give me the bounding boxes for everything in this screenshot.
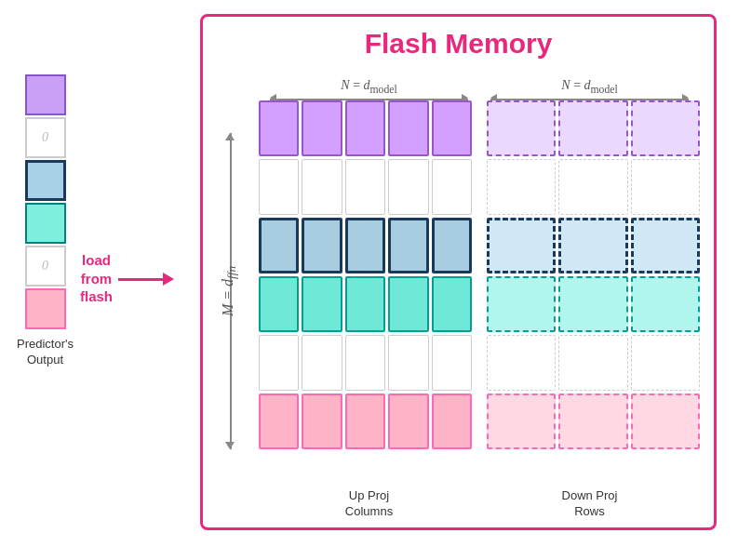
grid-row-navy-solid bbox=[259, 218, 472, 273]
cell-empty2-s1 bbox=[259, 335, 299, 391]
predictor-cell-teal bbox=[25, 203, 66, 244]
cell-teal-s1 bbox=[259, 276, 299, 332]
cell-empty2-d1 bbox=[487, 335, 556, 391]
up-proj-label: Up ProjColumns bbox=[259, 488, 479, 520]
predictor-cell-navy bbox=[25, 160, 66, 201]
cell-pink-d3 bbox=[631, 393, 700, 449]
dashed-grid-group bbox=[479, 100, 700, 476]
flash-memory-title: Flash Memory bbox=[203, 28, 714, 60]
cell-navy-d1 bbox=[487, 218, 556, 273]
grid-row-pink-solid bbox=[259, 393, 472, 449]
grid-row-teal-dashed bbox=[487, 276, 700, 332]
load-arrow-section: loadfromflash bbox=[80, 251, 174, 306]
flash-memory-box: Flash Memory N = dmodel N = dmodel M = d… bbox=[200, 14, 717, 530]
predictor-section: 0 0 Predictor'sOutput bbox=[17, 74, 74, 368]
top-dim-right: N = dmodel bbox=[479, 78, 700, 100]
cell-empty2-s5 bbox=[432, 335, 472, 391]
cell-teal-d3 bbox=[631, 276, 700, 332]
cell-pink-d1 bbox=[487, 393, 556, 449]
cell-pink-s3 bbox=[345, 393, 385, 449]
cell-empty-s3 bbox=[345, 159, 385, 215]
top-dim-left: N = dmodel bbox=[259, 78, 479, 100]
cell-navy-d3 bbox=[631, 218, 700, 273]
cell-teal-s2 bbox=[302, 276, 342, 332]
grid-row-empty-solid-1 bbox=[259, 159, 472, 215]
main-container: 0 0 Predictor'sOutput loadfromflash Flas… bbox=[0, 0, 738, 560]
cell-empty-s4 bbox=[388, 159, 428, 215]
grid-row-pink-dashed bbox=[487, 393, 700, 449]
cell-pink-s2 bbox=[302, 393, 342, 449]
cell-navy-d2 bbox=[558, 218, 627, 273]
cell-purple-d3 bbox=[631, 100, 700, 156]
cell-navy-s3 bbox=[345, 218, 385, 273]
predictor-column: 0 0 bbox=[25, 74, 66, 329]
cell-empty-s1 bbox=[259, 159, 299, 215]
grid-row-empty-dashed-1 bbox=[487, 159, 700, 215]
cell-purple-s4 bbox=[388, 100, 428, 156]
top-dimension-container: N = dmodel N = dmodel bbox=[259, 68, 700, 100]
cell-empty2-d2 bbox=[558, 335, 627, 391]
cell-navy-s1 bbox=[259, 218, 299, 273]
cell-empty2-s2 bbox=[302, 335, 342, 391]
cell-empty-d1 bbox=[487, 159, 556, 215]
grid-row-teal-solid bbox=[259, 276, 472, 332]
predictor-cell-purple bbox=[25, 74, 66, 115]
cell-teal-s5 bbox=[432, 276, 472, 332]
m-label: M = dffn bbox=[220, 265, 239, 315]
cell-teal-s4 bbox=[388, 276, 428, 332]
cell-empty-d2 bbox=[558, 159, 627, 215]
cell-navy-s2 bbox=[302, 218, 342, 273]
cell-purple-s2 bbox=[302, 100, 342, 156]
n-label-1: N = dmodel bbox=[341, 78, 396, 96]
cell-purple-d1 bbox=[487, 100, 556, 156]
cell-pink-s5 bbox=[432, 393, 472, 449]
cell-empty-s5 bbox=[432, 159, 472, 215]
cell-empty2-s3 bbox=[345, 335, 385, 391]
cell-purple-s3 bbox=[345, 100, 385, 156]
flash-grid-container bbox=[259, 100, 700, 476]
cell-teal-s3 bbox=[345, 276, 385, 332]
cell-empty-d3 bbox=[631, 159, 700, 215]
cell-empty2-d3 bbox=[631, 335, 700, 391]
solid-grid-group bbox=[259, 100, 479, 476]
predictor-cell-empty-1: 0 bbox=[25, 117, 66, 158]
cell-pink-d2 bbox=[558, 393, 627, 449]
predictor-cell-empty-2: 0 bbox=[25, 246, 66, 287]
cell-pink-s1 bbox=[259, 393, 299, 449]
cell-purple-s1 bbox=[259, 100, 299, 156]
cell-empty2-s4 bbox=[388, 335, 428, 391]
grid-row-purple-dashed bbox=[487, 100, 700, 156]
cell-navy-s4 bbox=[388, 218, 428, 273]
grid-row-empty-solid-2 bbox=[259, 335, 472, 391]
load-label: loadfromflash bbox=[80, 251, 113, 306]
column-labels: Up ProjColumns Down ProjRows bbox=[259, 488, 700, 520]
predictor-label: Predictor'sOutput bbox=[17, 337, 74, 368]
down-proj-label: Down ProjRows bbox=[479, 488, 700, 520]
n-label-2: N = dmodel bbox=[561, 78, 617, 96]
cell-pink-s4 bbox=[388, 393, 428, 449]
cell-purple-d2 bbox=[558, 100, 627, 156]
cell-teal-d2 bbox=[558, 276, 627, 332]
cell-teal-d1 bbox=[487, 276, 556, 332]
grid-row-navy-dashed bbox=[487, 218, 700, 273]
grid-row-purple-solid bbox=[259, 100, 472, 156]
predictor-cell-pink bbox=[25, 288, 66, 329]
cell-purple-s5 bbox=[432, 100, 472, 156]
m-arrow-container: M = dffn bbox=[212, 110, 249, 472]
cell-empty-s2 bbox=[302, 159, 342, 215]
grid-row-empty-dashed-2 bbox=[487, 335, 700, 391]
cell-navy-s5 bbox=[432, 218, 472, 273]
